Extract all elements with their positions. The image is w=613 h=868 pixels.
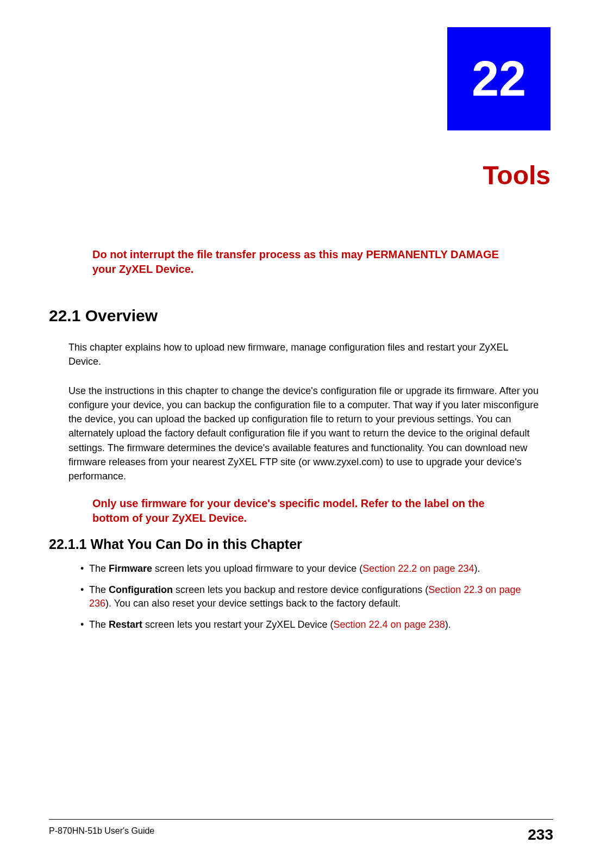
overview-paragraph-1: This chapter explains how to upload new … — [68, 340, 542, 369]
footer-guide-name: P-870HN-51b User's Guide — [49, 826, 154, 836]
chapter-badge: 22 — [447, 27, 551, 130]
bullet-text: The — [89, 563, 109, 574]
bullet-text: ). You can also reset your device settin… — [105, 598, 401, 609]
chapter-number: 22 — [472, 51, 526, 107]
bullet-configuration: The Configuration screen lets you backup… — [82, 583, 542, 610]
bullet-bold: Restart — [109, 619, 142, 630]
warning-firmware: Only use firmware for your device's spec… — [92, 496, 499, 526]
crossref-link[interactable]: Section 22.2 on page 234 — [362, 563, 474, 574]
chapter-title: Tools — [483, 160, 551, 190]
warning-transfer: Do not interrupt the file transfer proce… — [92, 247, 499, 277]
crossref-link[interactable]: Section 22.4 on page 238 — [334, 619, 445, 630]
bullet-text: The — [89, 619, 109, 630]
bullet-text: The — [89, 584, 109, 595]
page-footer: P-870HN-51b User's Guide 233 — [49, 819, 553, 844]
heading-overview: 22.1 Overview — [49, 307, 553, 325]
bullet-text: ). — [474, 563, 480, 574]
heading-whatyoucando: 22.1.1 What You Can Do in this Chapter — [49, 536, 553, 552]
bullet-firmware: The Firmware screen lets you upload firm… — [82, 562, 542, 576]
footer-page-number: 233 — [528, 826, 553, 844]
bullet-bold: Firmware — [109, 563, 152, 574]
bullet-text: screen lets you restart your ZyXEL Devic… — [142, 619, 333, 630]
bullet-bold: Configuration — [109, 584, 173, 595]
overview-paragraph-2: Use the instructions in this chapter to … — [68, 384, 542, 483]
bullet-list: The Firmware screen lets you upload firm… — [82, 562, 542, 632]
bullet-text: screen lets you backup and restore devic… — [173, 584, 428, 595]
bullet-restart: The Restart screen lets you restart your… — [82, 618, 542, 632]
bullet-text: ). — [445, 619, 451, 630]
bullet-text: screen lets you upload firmware to your … — [152, 563, 362, 574]
document-page: 22 Tools Do not interrupt the file trans… — [0, 0, 613, 868]
